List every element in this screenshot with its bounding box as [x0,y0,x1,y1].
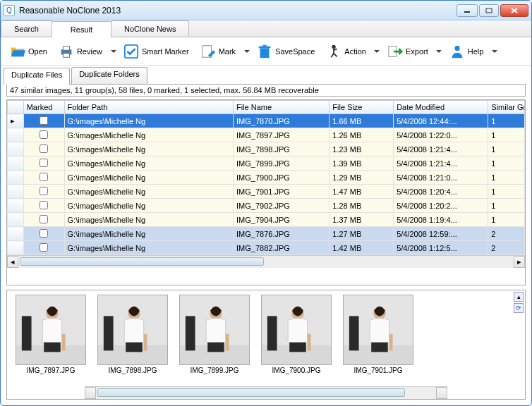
marked-cell[interactable] [23,199,64,213]
preview-horizontal-scrollbar[interactable] [85,386,447,399]
open-label: Open [28,47,47,56]
marked-cell[interactable] [23,185,64,199]
marked-checkbox[interactable] [40,173,48,181]
scrollbar-thumb[interactable] [20,257,264,266]
row-header[interactable] [8,171,24,185]
table-row[interactable]: ▸ G:\images\Michelle Ng IMG_7870.JPG 1.6… [8,114,525,128]
table-row[interactable]: G:\images\Michelle Ng IMG_7904.JPG 1.37 … [8,213,525,227]
scroll-up-button[interactable]: ▴ [514,292,524,302]
savespace-button[interactable]: SaveSpace [252,42,320,61]
folder-path-cell: G:\images\Michelle Ng [64,199,234,213]
row-header[interactable] [8,128,24,142]
table-row[interactable]: G:\images\Michelle Ng IMG_7899.JPG 1.39 … [8,156,525,171]
marked-checkbox[interactable] [40,229,48,238]
grid-horizontal-scrollbar[interactable]: ◂ ▸ [7,255,525,268]
svg-rect-26 [144,334,147,351]
marked-cell[interactable] [23,171,64,185]
marked-checkbox[interactable] [40,201,48,209]
mark-button[interactable]: Mark [195,42,241,61]
svg-rect-19 [44,343,61,352]
row-header[interactable] [8,156,24,171]
thumbnail-item[interactable]: IMG_7901.JPG [339,295,418,374]
rowhdr-header[interactable] [8,101,24,114]
col-date-modified[interactable]: Date Modified [394,101,488,114]
minimize-button[interactable] [457,4,478,17]
row-header[interactable] [8,241,24,255]
marked-checkbox[interactable] [40,215,48,223]
date-modified-cell: 5/4/2008 1:12:5... [394,241,488,255]
date-modified-cell: 5/4/2008 1:21:4... [394,156,488,171]
thumbnail-item[interactable]: IMG_7900.JPG [257,295,336,374]
folder-path-cell: G:\images\Michelle Ng [64,114,234,128]
marked-cell[interactable] [23,142,64,156]
col-file-size[interactable]: File Size [330,101,394,114]
open-button[interactable]: Open [5,42,52,61]
thumbnail-image [179,295,250,365]
similar-group-cell: 1 [488,213,525,227]
row-header[interactable] [8,142,24,156]
table-row[interactable]: G:\images\Michelle Ng IMG_7898.JPG 1.23 … [8,142,525,156]
table-row[interactable]: G:\images\Michelle Ng IMG_7902.JPG 1.28 … [8,199,525,213]
row-header[interactable] [8,185,24,199]
thumbnail-item[interactable]: IMG_7898.JPG [93,295,172,374]
help-button[interactable]: Help [445,42,489,61]
row-header[interactable]: ▸ [8,114,24,128]
table-row[interactable]: G:\images\Michelle Ng IMG_7901.JPG 1.47 … [8,185,525,199]
preview-scroll-left[interactable] [85,387,96,399]
row-header[interactable] [8,213,24,227]
marked-checkbox[interactable] [40,130,48,139]
marked-checkbox[interactable] [40,116,48,125]
table-row[interactable]: G:\images\Michelle Ng IMG_7876.JPG 1.27 … [8,227,525,241]
marked-cell[interactable] [23,128,64,142]
subtab-duplicate-folders[interactable]: Duplicate Folders [71,67,147,84]
review-button[interactable]: Review [54,42,107,61]
file-size-cell: 1.28 MB [330,199,394,213]
review-label: Review [77,47,102,56]
refresh-button[interactable]: ⟳ [514,303,524,313]
thumbnail-item[interactable]: IMG_7899.JPG [175,295,254,374]
scroll-right-arrow[interactable]: ▸ [514,256,525,268]
marked-cell[interactable] [23,114,64,128]
help-dropdown[interactable] [490,41,498,62]
svg-rect-9 [260,48,270,58]
marked-cell[interactable] [23,241,64,255]
table-row[interactable]: G:\images\Michelle Ng IMG_7897.JPG 1.26 … [8,128,525,142]
maximize-button[interactable] [479,4,499,17]
date-modified-cell: 5/4/2008 1:21:0... [394,171,488,185]
preview-scrollbar-thumb[interactable] [97,388,405,397]
file-size-cell: 1.66 MB [330,114,394,128]
marked-cell[interactable] [23,227,64,241]
row-header[interactable] [8,227,24,241]
marked-checkbox[interactable] [40,144,48,153]
help-label: Help [468,47,484,56]
col-similar-group[interactable]: Similar Group [488,101,525,114]
action-dropdown[interactable] [373,41,381,62]
col-marked[interactable]: Marked [23,101,64,114]
tab-result[interactable]: Result [52,21,111,37]
table-row[interactable]: G:\images\Michelle Ng IMG_7900.JPG 1.29 … [8,171,525,185]
scroll-left-arrow[interactable]: ◂ [7,256,18,268]
smart-marker-button[interactable]: Smart Marker [119,42,194,61]
similar-group-cell: 1 [488,171,525,185]
thumbnail-item[interactable]: IMG_7897.JPG [11,295,90,374]
marked-checkbox[interactable] [40,187,48,195]
col-folder-path[interactable]: Folder Path [64,101,234,114]
mark-dropdown[interactable] [242,41,250,62]
subtab-duplicate-files[interactable]: Duplicate Files [4,68,70,85]
row-header[interactable] [8,199,24,213]
close-button[interactable] [500,4,528,17]
col-file-name[interactable]: File Name [234,101,330,114]
export-dropdown[interactable] [435,41,443,62]
marked-cell[interactable] [23,213,64,227]
action-button[interactable]: Action [321,42,371,61]
tab-news[interactable]: NoClone News [111,20,189,37]
table-row[interactable]: G:\images\Michelle Ng IMG_7882.JPG 1.42 … [8,241,525,255]
export-button[interactable]: Export [382,42,433,61]
review-dropdown[interactable] [109,41,117,62]
preview-scroll-right[interactable] [436,387,447,399]
folder-path-cell: G:\images\Michelle Ng [64,128,234,142]
tab-search[interactable]: Search [1,20,52,37]
marked-cell[interactable] [23,156,64,171]
marked-checkbox[interactable] [40,159,48,167]
marked-checkbox[interactable] [40,243,48,252]
